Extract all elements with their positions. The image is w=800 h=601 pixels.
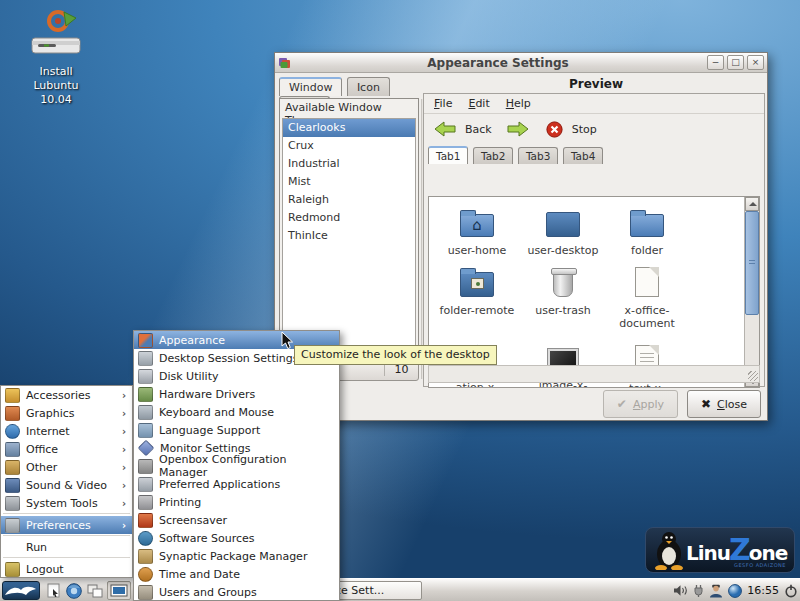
install-cd-drive-icon [24, 8, 88, 60]
scroll-up-button[interactable] [745, 197, 759, 211]
titlebar[interactable]: Appearance Settings − □ × [275, 53, 767, 73]
iconview-scrollbar[interactable] [744, 197, 759, 387]
apply-button[interactable]: ✔ Apply [603, 390, 678, 418]
file-manager-button[interactable] [44, 581, 63, 600]
iconview-item[interactable]: ⌂ user-home [435, 205, 519, 257]
taskbar-task-appearance-settings[interactable]: ce Sett... [330, 581, 422, 600]
network-plug-icon[interactable] [693, 584, 704, 597]
menu-help[interactable]: Help [506, 97, 531, 110]
update-drop-icon[interactable] [728, 584, 742, 598]
submenu-arrow-icon: › [122, 426, 126, 437]
close-button[interactable]: ✖ Close [687, 390, 761, 418]
menu-item-accessories[interactable]: Accessories› [1, 386, 132, 404]
menu-item-run[interactable]: Run [1, 538, 132, 556]
tab-icon[interactable]: Icon [347, 77, 390, 96]
file-manager-icon [47, 583, 61, 598]
back-button-label[interactable]: Back [465, 123, 492, 136]
submenu-arrow-icon: › [122, 520, 126, 531]
theme-item-crux[interactable]: Crux [283, 137, 415, 155]
users-groups-icon [138, 585, 153, 600]
close-window-button[interactable]: × [747, 55, 764, 70]
submenu-item-language-support[interactable]: Language Support [134, 421, 339, 439]
start-menu-button[interactable] [2, 581, 40, 600]
menu-item-system-tools[interactable]: System Tools› [1, 494, 132, 512]
theme-item-clearlooks[interactable]: Clearlooks [283, 119, 415, 137]
software-sources-icon [138, 531, 153, 546]
forward-arrow-icon[interactable] [507, 121, 529, 137]
iconview-item[interactable]: folder [605, 205, 689, 257]
time-date-icon [138, 567, 153, 582]
user-tray-icon[interactable] [709, 584, 723, 598]
folder-remote-icon [460, 272, 494, 297]
screensaver-icon [138, 513, 153, 528]
menu-item-preferences[interactable]: Preferences› [1, 516, 132, 534]
theme-item-industrial[interactable]: Industrial [283, 155, 415, 173]
system-tools-icon [5, 496, 20, 511]
submenu-item-software-sources[interactable]: Software Sources [134, 529, 339, 547]
taskbar-clock[interactable]: 16:55 [747, 584, 779, 597]
maximize-button[interactable]: □ [727, 55, 744, 70]
submenu-item-openbox-configuration-manager[interactable]: Openbox Configuration Manager [134, 457, 339, 475]
appearance-icon [138, 333, 153, 348]
tab-window[interactable]: Window [279, 77, 342, 96]
graphics-icon [5, 406, 20, 421]
stop-button-label[interactable]: Stop [572, 123, 597, 136]
stop-icon[interactable] [546, 121, 563, 138]
submenu-arrow-icon: › [122, 444, 126, 455]
theme-item-thinice[interactable]: ThinIce [283, 227, 415, 245]
volume-icon[interactable] [673, 584, 688, 597]
install-lubuntu-desktop-icon[interactable]: Install Lubuntu 10.04 [16, 8, 96, 106]
iconview-item[interactable]: x-office-document [605, 265, 689, 330]
run-icon-placeholder [5, 540, 20, 555]
show-desktop-button[interactable] [107, 581, 131, 600]
theme-item-redmond[interactable]: Redmond [283, 209, 415, 227]
preview-tab3[interactable]: Tab3 [518, 147, 558, 164]
start-menu: Accessories› Graphics› Internet› Office›… [0, 385, 133, 578]
menu-item-logout[interactable]: Logout [1, 560, 132, 578]
menu-item-office[interactable]: Office› [1, 440, 132, 458]
submenu-item-synaptic-package-manager[interactable]: Synaptic Package Manager [134, 547, 339, 565]
scrollbar-thumb[interactable] [745, 211, 759, 315]
menu-item-graphics[interactable]: Graphics› [1, 404, 132, 422]
themes-frame: Available Window Themes Clearlooks Crux … [279, 98, 419, 353]
menu-item-other[interactable]: Other› [1, 458, 132, 476]
menu-edit[interactable]: Edit [468, 97, 489, 110]
submenu-arrow-icon: › [122, 462, 126, 473]
power-button-icon[interactable] [784, 584, 798, 598]
iconify-windows-button[interactable] [85, 581, 104, 600]
submenu-item-time-and-date[interactable]: Time and Date [134, 565, 339, 583]
preview-tab2[interactable]: Tab2 [473, 147, 513, 164]
theme-list[interactable]: Clearlooks Crux Industrial Mist Raleigh … [282, 118, 416, 350]
preview-frame: File Edit Help Back Stop Tab1 Tab2 Tab3 … [423, 93, 765, 387]
submenu-item-hardware-drivers[interactable]: Hardware Drivers [134, 385, 339, 403]
hardware-drivers-icon [138, 387, 153, 402]
lubuntu-bird-icon [3, 582, 39, 599]
submenu-item-screensaver[interactable]: Screensaver [134, 511, 339, 529]
menu-item-internet[interactable]: Internet› [1, 422, 132, 440]
iconview-item[interactable]: user-desktop [521, 205, 605, 257]
submenu-item-disk-utility[interactable]: Disk Utility [134, 367, 339, 385]
submenu-arrow-icon: › [122, 498, 126, 509]
synaptic-icon [138, 549, 153, 564]
minimize-button[interactable]: − [707, 55, 724, 70]
submenu-item-printing[interactable]: Printing [134, 493, 339, 511]
theme-item-raleigh[interactable]: Raleigh [283, 191, 415, 209]
web-browser-button[interactable] [64, 581, 83, 600]
menu-separator [1, 556, 132, 560]
iconview-item[interactable]: user-trash [521, 265, 605, 317]
submenu-item-keyboard-and-mouse[interactable]: Keyboard and Mouse [134, 403, 339, 421]
preview-tab4[interactable]: Tab4 [563, 147, 603, 164]
menu-item-sound-video[interactable]: Sound & Video› [1, 476, 132, 494]
back-arrow-icon[interactable] [434, 121, 456, 137]
submenu-item-users-and-groups[interactable]: Users and Groups [134, 583, 339, 601]
theme-item-mist[interactable]: Mist [283, 173, 415, 191]
close-x-icon: ✖ [701, 397, 711, 411]
preview-toolbar: Back Stop [424, 114, 764, 144]
accessories-icon [5, 388, 20, 403]
menu-file[interactable]: File [434, 97, 452, 110]
user-home-icon: ⌂ [460, 214, 494, 237]
resize-grip[interactable] [748, 371, 758, 381]
iconview-item[interactable]: folder-remote [435, 265, 519, 317]
preview-tab1[interactable]: Tab1 [428, 146, 468, 164]
tux-penguin-icon [652, 530, 686, 570]
